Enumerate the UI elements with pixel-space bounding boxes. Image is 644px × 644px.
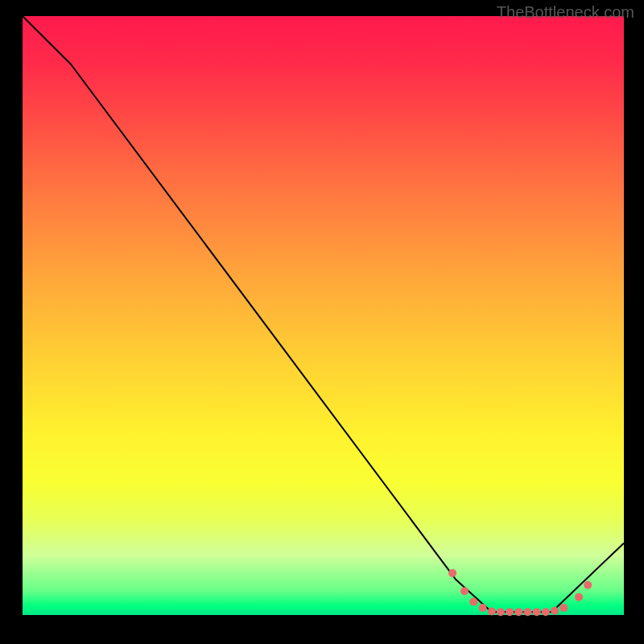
watermark-text: TheBottleneck.com xyxy=(497,3,634,22)
chart-plot-area xyxy=(23,16,624,615)
marker-dot xyxy=(575,593,583,601)
marker-dot xyxy=(488,608,496,616)
chart-line xyxy=(23,16,624,612)
marker-dot xyxy=(584,581,592,589)
marker-dot xyxy=(497,608,505,616)
marker-dot xyxy=(448,569,456,577)
marker-dot xyxy=(542,608,550,616)
chart-svg xyxy=(23,16,624,615)
marker-dot xyxy=(506,608,514,616)
marker-dot xyxy=(524,608,532,616)
marker-dot xyxy=(551,607,559,615)
marker-dot xyxy=(514,608,522,616)
marker-dot xyxy=(469,598,477,606)
marker-dot xyxy=(460,587,469,595)
marker-dot xyxy=(479,604,487,612)
marker-dot xyxy=(559,604,568,612)
marker-dot xyxy=(533,608,541,616)
